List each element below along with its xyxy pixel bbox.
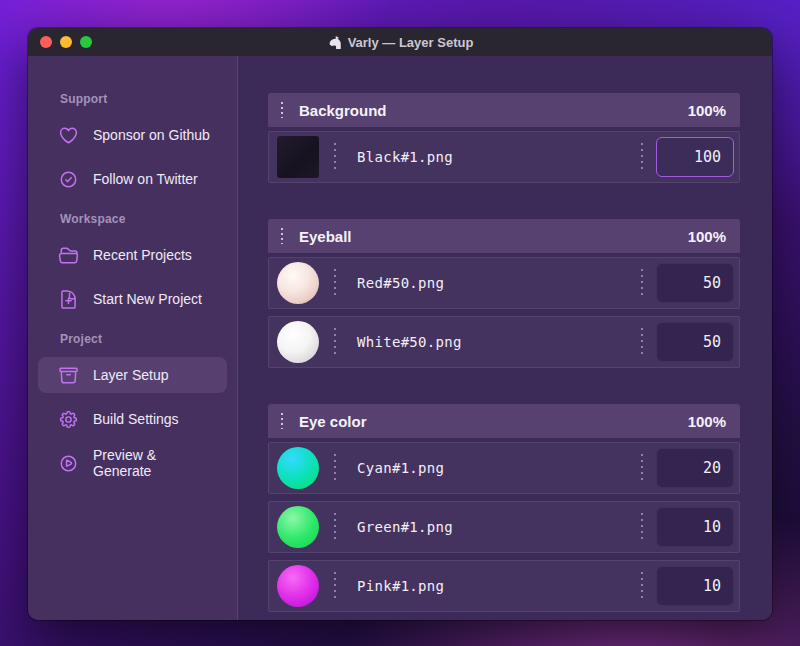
window-title-wrap: Varly — Layer Setup [28,28,772,56]
sidebar: Support Sponsor on Github Follow on Twit… [28,56,238,620]
layer-thumbnail [277,136,319,178]
document-plus-icon [58,289,79,310]
layer-filename: Green#1.png [357,519,453,535]
app-window: Varly — Layer Setup Support Sponsor on G… [28,28,772,620]
sidebar-item-preview-generate[interactable]: Preview & Generate [38,445,227,481]
sidebar-item-label: Layer Setup [93,367,169,383]
row-divider [334,513,336,541]
layer-row[interactable]: Black#1.png [268,131,740,183]
layer-thumbnail [277,506,319,548]
layer-thumbnail [277,447,319,489]
group-header: Eye color 100% [268,404,740,438]
sidebar-section-label: Workspace [60,211,227,227]
layer-setup-panel: Background 100% Black#1.png Eyeball [238,56,772,620]
sidebar-section-label: Project [60,331,227,347]
sidebar-item-recent-projects[interactable]: Recent Projects [38,237,227,273]
sidebar-item-label: Start New Project [93,291,202,307]
drag-handle-icon[interactable] [281,228,283,244]
group-title: Background [299,102,387,119]
row-divider [334,143,336,171]
check-badge-icon [58,169,79,190]
layer-row[interactable]: Red#50.png [268,257,740,309]
group-header: Eyeball 100% [268,219,740,253]
group-weight: 100% [688,228,726,245]
row-divider [641,513,643,541]
layer-filename: White#50.png [357,334,462,350]
play-circle-icon [58,453,79,474]
layer-weight-input[interactable] [656,448,734,488]
row-divider [334,454,336,482]
row-divider [641,143,643,171]
layer-thumbnail [277,321,319,363]
layer-weight-input[interactable] [656,263,734,303]
layer-row[interactable]: Green#1.png [268,501,740,553]
sidebar-section-workspace: Workspace Recent Projects Start New Proj… [38,211,227,317]
row-divider [334,328,336,356]
heart-icon [58,125,79,146]
zoom-window-button[interactable] [80,36,92,48]
row-divider [641,454,643,482]
row-divider [334,269,336,297]
row-divider [641,572,643,600]
layer-filename: Black#1.png [357,149,453,165]
layer-row[interactable]: White#50.png [268,316,740,368]
gear-icon [58,409,79,430]
sidebar-item-label: Preview & Generate [93,447,217,479]
archive-box-icon [58,365,79,386]
layer-weight-input[interactable] [656,322,734,362]
traffic-lights [40,36,92,48]
layer-row[interactable]: Pink#1.png [268,560,740,612]
row-divider [334,572,336,600]
sidebar-item-label: Recent Projects [93,247,192,263]
layer-weight-input[interactable] [656,566,734,606]
sidebar-item-label: Follow on Twitter [93,171,198,187]
row-divider [641,328,643,356]
layer-group-background: Background 100% Black#1.png [268,93,740,183]
layer-filename: Cyan#1.png [357,460,444,476]
group-title: Eye color [299,413,367,430]
sidebar-item-sponsor-on-github[interactable]: Sponsor on Github [38,117,227,153]
layer-row[interactable]: Cyan#1.png [268,442,740,494]
group-header: Background 100% [268,93,740,127]
sidebar-item-label: Build Settings [93,411,179,427]
sidebar-item-build-settings[interactable]: Build Settings [38,401,227,437]
layer-weight-input[interactable] [656,137,734,177]
layer-weight-input[interactable] [656,507,734,547]
group-title: Eyeball [299,228,352,245]
layer-filename: Red#50.png [357,275,444,291]
sidebar-section-support: Support Sponsor on Github Follow on Twit… [38,91,227,197]
close-window-button[interactable] [40,36,52,48]
folder-open-icon [58,245,79,266]
unicorn-icon [327,35,342,50]
layer-group-eye-color: Eye color 100% Cyan#1.png Green#1.png [268,404,740,612]
row-divider [641,269,643,297]
sidebar-section-label: Support [60,91,227,107]
group-weight: 100% [688,102,726,119]
group-weight: 100% [688,413,726,430]
sidebar-item-layer-setup[interactable]: Layer Setup [38,357,227,393]
sidebar-item-start-new-project[interactable]: Start New Project [38,281,227,317]
drag-handle-icon[interactable] [281,102,283,118]
titlebar[interactable]: Varly — Layer Setup [28,28,772,56]
sidebar-section-project: Project Layer Setup Build Settings Previ… [38,331,227,481]
minimize-window-button[interactable] [60,36,72,48]
layer-group-eyeball: Eyeball 100% Red#50.png White#50.png [268,219,740,368]
layer-thumbnail [277,262,319,304]
sidebar-item-label: Sponsor on Github [93,127,210,143]
layer-thumbnail [277,565,319,607]
window-title: Varly — Layer Setup [348,35,474,50]
sidebar-item-follow-on-twitter[interactable]: Follow on Twitter [38,161,227,197]
drag-handle-icon[interactable] [281,413,283,429]
layer-filename: Pink#1.png [357,578,444,594]
